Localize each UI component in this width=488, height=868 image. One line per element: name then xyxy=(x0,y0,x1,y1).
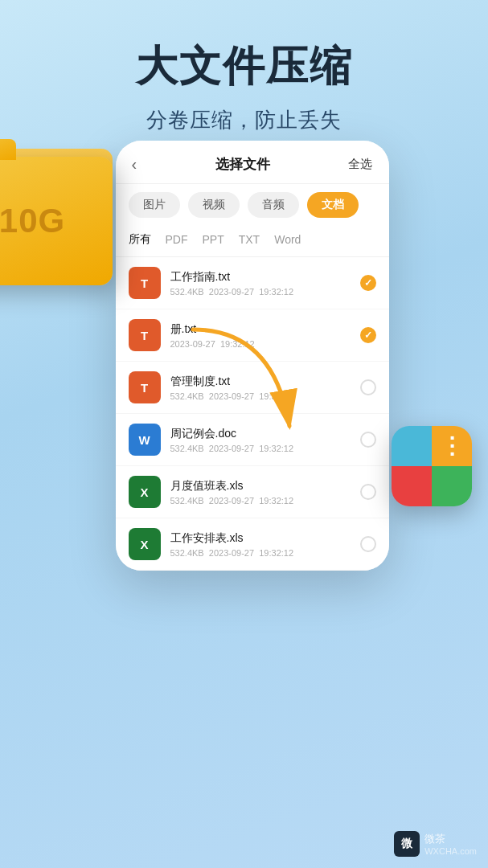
folder-tab xyxy=(0,139,16,160)
file-item-1[interactable]: T 工作指南.txt 532.4KB 2023-09-27 19:32:12 xyxy=(116,257,389,309)
watermark-labels: 微茶 WXCHA.com xyxy=(424,832,477,856)
watermark-icon: 微 xyxy=(394,831,420,857)
watermark-text: 微茶 xyxy=(424,832,477,846)
app-icon-q3 xyxy=(392,466,432,506)
file-meta-1: 532.4KB 2023-09-27 19:32:12 xyxy=(170,287,360,297)
checkbox-4[interactable] xyxy=(360,432,376,448)
file-name-6: 工作安排表.xls xyxy=(170,531,360,546)
file-icon-3: T xyxy=(129,371,161,403)
app-icon: ⋮ xyxy=(392,426,472,506)
sub-filter-txt[interactable]: TXT xyxy=(239,233,260,246)
watermark: 微 微茶 WXCHA.com xyxy=(394,831,477,857)
select-all-button[interactable]: 全选 xyxy=(348,157,372,172)
folder-body: 10G xyxy=(0,157,113,285)
sub-filter-all[interactable]: 所有 xyxy=(129,232,151,247)
file-meta-6: 532.4KB 2023-09-27 19:32:12 xyxy=(170,548,360,558)
app-icon-q1 xyxy=(392,426,432,466)
file-icon-4: W xyxy=(129,424,161,456)
file-info-1: 工作指南.txt 532.4KB 2023-09-27 19:32:12 xyxy=(170,270,360,297)
filter-tab-image[interactable]: 图片 xyxy=(129,192,180,218)
file-info-5: 月度值班表.xls 532.4KB 2023-09-27 19:32:12 xyxy=(170,479,360,506)
sub-filter-word[interactable]: Word xyxy=(274,233,301,246)
file-item-6[interactable]: X 工作安排表.xls 532.4KB 2023-09-27 19:32:12 xyxy=(116,518,389,571)
file-info-6: 工作安排表.xls 532.4KB 2023-09-27 19:32:12 xyxy=(170,531,360,558)
file-icon-6: X xyxy=(129,528,161,560)
watermark-sub: WXCHA.com xyxy=(424,846,477,856)
phone-header: ‹ 选择文件 全选 xyxy=(116,141,389,184)
folder-decoration: 10G xyxy=(0,157,113,285)
checkbox-6[interactable] xyxy=(360,536,376,552)
zip-symbol: ⋮ xyxy=(441,435,463,457)
hero-subtitle: 分卷压缩，防止丢失 xyxy=(146,106,342,134)
page-wrapper: 大文件压缩 分卷压缩，防止丢失 ‹ 选择文件 全选 图片 视频 音频 文档 所有… xyxy=(0,0,488,868)
file-name-5: 月度值班表.xls xyxy=(170,479,360,493)
app-icon-q2: ⋮ xyxy=(432,426,472,466)
file-name-1: 工作指南.txt xyxy=(170,270,360,285)
filter-tab-video[interactable]: 视频 xyxy=(188,192,240,218)
file-icon-5: X xyxy=(129,476,161,508)
file-icon-1: T xyxy=(129,267,161,299)
app-icon-decoration: ⋮ xyxy=(392,426,472,506)
folder-label: 10G xyxy=(0,202,65,240)
sub-filter: 所有 PDF PPT TXT Word xyxy=(116,226,389,257)
checkbox-5[interactable] xyxy=(360,484,376,500)
hero-title: 大文件压缩 xyxy=(136,39,353,95)
back-button[interactable]: ‹ xyxy=(132,155,137,174)
filter-tabs: 图片 视频 音频 文档 xyxy=(116,184,389,226)
phone-title: 选择文件 xyxy=(215,155,270,174)
filter-tab-doc[interactable]: 文档 xyxy=(307,192,359,218)
filter-tab-audio[interactable]: 音频 xyxy=(248,192,299,218)
sub-filter-ppt[interactable]: PPT xyxy=(203,233,224,246)
file-icon-2: T xyxy=(129,319,161,351)
checkbox-3[interactable] xyxy=(360,379,376,395)
checkbox-1[interactable] xyxy=(360,275,376,291)
app-icon-q4 xyxy=(432,466,472,506)
arrow-decoration xyxy=(177,313,306,458)
watermark-icon-text: 微 xyxy=(401,837,412,851)
file-item-5[interactable]: X 月度值班表.xls 532.4KB 2023-09-27 19:32:12 xyxy=(116,466,389,518)
file-meta-5: 532.4KB 2023-09-27 19:32:12 xyxy=(170,496,360,506)
sub-filter-pdf[interactable]: PDF xyxy=(166,233,188,246)
checkbox-2[interactable] xyxy=(360,327,376,343)
